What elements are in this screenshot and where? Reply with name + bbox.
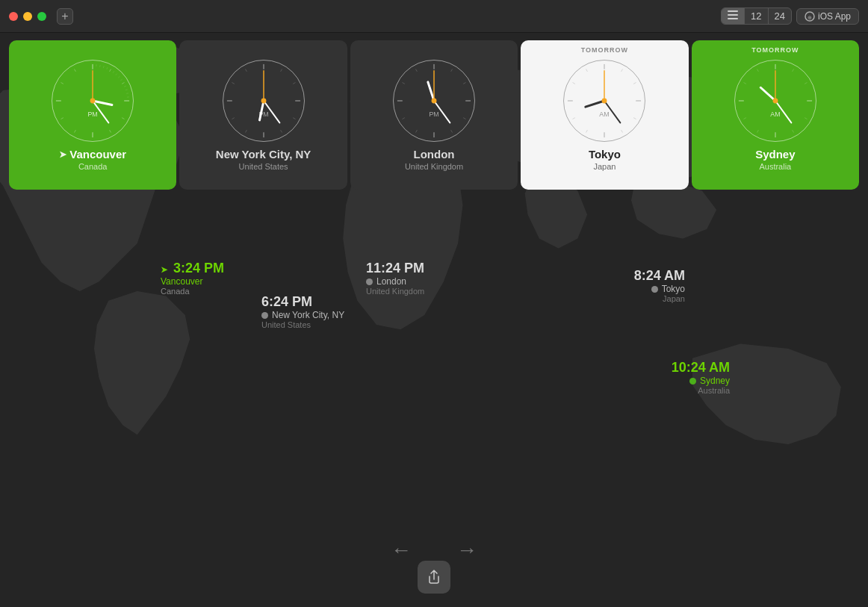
svg-line-90 <box>805 82 807 84</box>
svg-line-96 <box>757 69 758 71</box>
city-name-london: London <box>414 148 455 161</box>
next-time-button[interactable]: → <box>456 538 477 562</box>
minimize-button[interactable] <box>23 12 32 21</box>
prev-time-button[interactable]: ← <box>391 538 412 562</box>
svg-line-72 <box>621 69 623 71</box>
svg-line-78 <box>573 82 575 84</box>
svg-line-97 <box>760 87 775 101</box>
city-name-sydney: Sydney <box>755 148 795 161</box>
svg-line-93 <box>757 130 758 132</box>
svg-text:AM: AM <box>600 110 610 118</box>
svg-line-77 <box>573 118 575 119</box>
svg-line-79 <box>586 69 588 71</box>
svg-line-41 <box>280 130 282 132</box>
time-12-button[interactable]: 12 <box>745 8 768 24</box>
svg-line-73 <box>634 82 636 84</box>
country-name-vancouver: Canada <box>78 162 108 171</box>
clock-card-sydney[interactable]: TOMORROW <box>692 40 859 190</box>
maximize-button[interactable] <box>37 12 46 21</box>
svg-line-23 <box>118 76 120 78</box>
svg-text:AM: AM <box>770 110 780 118</box>
country-name-sydney: Australia <box>759 162 791 171</box>
tomorrow-label-tokyo: TOMORROW <box>581 46 628 54</box>
traffic-lights <box>9 12 46 21</box>
share-button[interactable] <box>418 561 450 594</box>
svg-line-60 <box>403 118 405 119</box>
svg-line-38 <box>280 69 282 71</box>
sydney-dot <box>689 378 696 385</box>
svg-line-40 <box>293 118 295 119</box>
svg-line-57 <box>463 118 465 119</box>
svg-line-62 <box>415 69 417 71</box>
svg-line-14 <box>61 118 63 119</box>
svg-line-16 <box>75 69 76 71</box>
ios-app-button[interactable]: ⊕ iOS App <box>796 8 859 25</box>
close-button[interactable] <box>9 12 18 21</box>
svg-line-56 <box>463 82 465 84</box>
location-arrow-icon: ➤ <box>59 149 66 160</box>
clock-card-tokyo[interactable]: TOMORROW <box>521 40 688 190</box>
time-navigation: ← → <box>391 538 477 562</box>
svg-line-58 <box>451 130 453 132</box>
svg-line-74 <box>634 118 636 119</box>
svg-line-19 <box>103 66 104 68</box>
clock-card-newyork[interactable]: PM New York City, NY United States <box>179 40 347 190</box>
svg-line-11 <box>122 118 124 119</box>
country-name-tokyo: Japan <box>593 162 616 171</box>
svg-line-80 <box>586 101 604 107</box>
svg-text:PM: PM <box>88 110 98 118</box>
analog-clock-tokyo: AM <box>563 60 645 142</box>
svg-line-26 <box>125 90 128 90</box>
svg-line-94 <box>743 118 745 119</box>
time-label-newyork: 6:24 PM New York City, NY United States <box>261 294 344 329</box>
svg-line-24 <box>121 79 123 81</box>
svg-line-10 <box>122 82 124 84</box>
svg-rect-0 <box>728 10 738 12</box>
svg-line-25 <box>124 86 126 87</box>
svg-line-75 <box>621 130 623 132</box>
svg-line-91 <box>805 118 807 119</box>
svg-line-9 <box>110 69 111 71</box>
time-label-london: 11:24 PM London United Kingdom <box>366 261 424 296</box>
svg-line-55 <box>451 69 453 71</box>
time-label-tokyo: 8:24 AM Tokyo Japan <box>634 268 685 303</box>
svg-line-45 <box>245 69 247 71</box>
svg-text:⊕: ⊕ <box>807 14 812 19</box>
list-view-button[interactable] <box>722 8 745 24</box>
svg-rect-1 <box>728 14 738 16</box>
svg-line-12 <box>110 130 111 132</box>
country-name-london: United Kingdom <box>405 162 463 171</box>
london-dot <box>366 278 373 285</box>
titlebar: + 12 24 ⊕ iOS App <box>0 0 868 33</box>
svg-line-89 <box>792 69 793 71</box>
svg-line-18 <box>100 65 101 67</box>
svg-point-66 <box>432 99 437 104</box>
svg-line-22 <box>116 74 117 75</box>
city-name-vancouver: ➤ Vancouver <box>59 148 126 161</box>
analog-clock-vancouver: PM <box>52 60 134 142</box>
time-label-vancouver: ➤ 3:24 PM Vancouver Canada <box>161 261 224 296</box>
svg-line-20 <box>107 67 108 69</box>
view-toggle: 12 24 <box>721 7 792 25</box>
svg-line-61 <box>403 82 405 84</box>
city-name-newyork: New York City, NY <box>216 148 311 161</box>
svg-line-95 <box>743 82 745 84</box>
map-section: ➤ 3:24 PM Vancouver Canada 6:24 PM New Y… <box>0 190 868 607</box>
add-button[interactable]: + <box>57 8 73 25</box>
newyork-dot <box>261 312 268 319</box>
svg-text:PM: PM <box>258 110 268 118</box>
svg-line-42 <box>245 130 247 132</box>
clock-card-london[interactable]: PM London United Kingdom <box>350 40 518 190</box>
country-name-newyork: United States <box>239 162 288 171</box>
svg-line-21 <box>113 71 114 72</box>
svg-point-32 <box>90 99 96 104</box>
analog-clock-sydney: AM <box>734 60 816 142</box>
titlebar-right: 12 24 ⊕ iOS App <box>721 7 859 25</box>
clock-cards-row: PM ➤ Vancouver Canada <box>0 33 868 190</box>
svg-line-63 <box>428 82 434 101</box>
time-24-button[interactable]: 24 <box>769 8 791 24</box>
tokyo-dot <box>651 286 658 293</box>
svg-line-76 <box>586 130 588 132</box>
analog-clock-london: PM <box>393 60 475 142</box>
clock-card-vancouver[interactable]: PM ➤ Vancouver Canada <box>9 40 176 190</box>
